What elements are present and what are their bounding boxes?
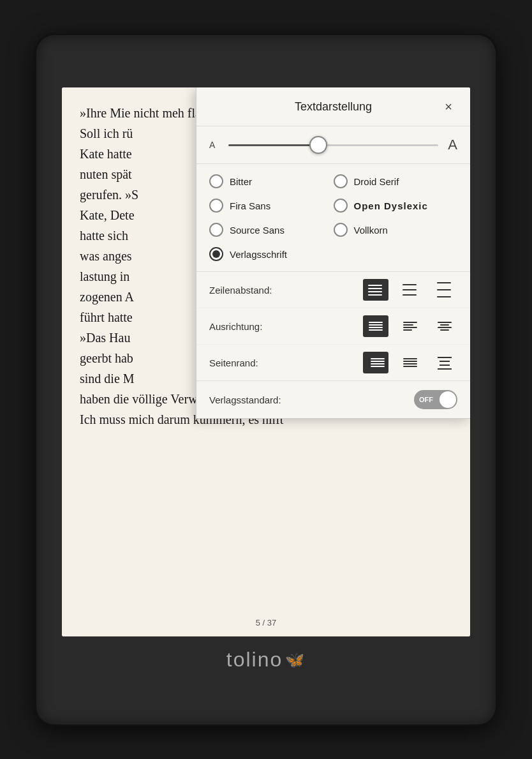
align-left-icon: [403, 322, 417, 331]
font-options-section: Bitter Droid Serif Fira Sans Open Dyslex…: [196, 164, 470, 272]
line-spacing-controls: [363, 279, 457, 301]
loose-lines-icon: [437, 282, 452, 297]
screen: »Ihre Mie­­­­­­­­­­­­­ nicht meh­­­­­­­­…: [62, 87, 470, 636]
alignment-row: Ausrichtung:: [196, 308, 470, 345]
svg-rect-0: [438, 357, 452, 358]
margin-narrow-icon: [438, 356, 452, 370]
publisher-default-row: Verlagsstandard: OFF: [196, 381, 470, 418]
dialog-header: Textdarstellung ×: [196, 87, 470, 126]
line-spacing-row: Zeilenabstand:: [196, 272, 470, 308]
font-option-open-dyslexic[interactable]: Open Dyslexic: [334, 193, 458, 218]
font-label-droid-serif: Droid Serif: [354, 176, 399, 187]
tolino-logo: tolino 🦋: [226, 648, 306, 672]
font-option-vollkorn[interactable]: Vollkorn: [334, 218, 458, 242]
radio-fira-sans[interactable]: [209, 199, 223, 213]
margin-medium-btn[interactable]: [397, 352, 423, 373]
font-option-droid-serif[interactable]: Droid Serif: [334, 169, 458, 193]
margin-wide-icon: [369, 358, 383, 367]
font-label-vollkorn: Vollkorn: [354, 225, 388, 236]
svg-rect-3: [438, 368, 452, 370]
font-label-fira-sans: Fira Sans: [230, 200, 270, 211]
ereader-device: »Ihre Mie­­­­­­­­­­­­­ nicht meh­­­­­­­­…: [36, 35, 496, 725]
margin-label: Seitenrand:: [209, 357, 299, 368]
font-option-bitter[interactable]: Bitter: [209, 169, 334, 193]
font-label-open-dyslexic: Open Dyslexic: [354, 200, 428, 211]
butterfly-icon: 🦋: [285, 651, 306, 669]
radio-droid-serif[interactable]: [334, 174, 348, 188]
font-row-2: Fira Sans Open Dyslexic: [209, 193, 457, 218]
line-spacing-loose-btn[interactable]: [432, 279, 457, 301]
settings-section: Zeilenabstand:: [196, 272, 470, 381]
medium-lines-icon: [403, 284, 418, 296]
radio-source-sans[interactable]: [209, 223, 223, 237]
publisher-default-toggle[interactable]: OFF: [414, 390, 457, 409]
font-label-source-sans: Source Sans: [230, 225, 284, 236]
font-option-verlagsschrift[interactable]: Verlagsschrift: [209, 242, 457, 266]
font-option-source-sans[interactable]: Source Sans: [209, 218, 334, 242]
toggle-knob: [440, 391, 456, 408]
svg-rect-1: [440, 361, 450, 362]
margin-controls: [363, 352, 457, 373]
tight-lines-icon: [368, 285, 383, 296]
publisher-default-label: Verlagsstandard:: [209, 395, 299, 405]
radio-verlagsschrift[interactable]: [209, 247, 223, 261]
radio-bitter[interactable]: [209, 174, 223, 188]
font-size-small-label: A: [209, 140, 222, 150]
radio-vollkorn[interactable]: [334, 223, 348, 237]
font-size-row: A A: [196, 126, 470, 164]
page-indicator: 5 / 37: [62, 617, 470, 630]
font-label-bitter: Bitter: [230, 176, 252, 187]
font-row-1: Bitter Droid Serif: [209, 169, 457, 193]
line-spacing-label: Zeilenabstand:: [209, 285, 299, 296]
svg-rect-2: [440, 364, 450, 366]
alignment-label: Ausrichtung:: [209, 321, 299, 332]
font-label-verlagsschrift: Verlagsschrift: [230, 249, 287, 260]
brand-name: tolino: [226, 648, 283, 672]
margin-narrow-btn[interactable]: [432, 352, 457, 373]
font-row-3: Source Sans Vollkorn: [209, 218, 457, 242]
font-option-fira-sans[interactable]: Fira Sans: [209, 193, 334, 218]
align-justify-btn[interactable]: [363, 315, 388, 337]
alignment-controls: [363, 315, 457, 337]
line-spacing-medium-btn[interactable]: [397, 279, 423, 301]
align-center-btn[interactable]: [432, 315, 457, 337]
slider-thumb[interactable]: [309, 136, 327, 154]
close-button[interactable]: ×: [440, 98, 457, 116]
line-spacing-tight-btn[interactable]: [363, 279, 388, 301]
font-size-slider[interactable]: [228, 144, 438, 146]
dialog-title: Textdarstellung: [227, 100, 440, 114]
toggle-off-label: OFF: [419, 396, 433, 403]
device-bottom: tolino 🦋: [226, 648, 306, 672]
font-row-4: Verlagsschrift: [209, 242, 457, 266]
margin-row: Seitenrand:: [196, 345, 470, 380]
align-center-icon: [438, 322, 452, 331]
text-settings-dialog: Textdarstellung × A A Bitter: [196, 87, 470, 419]
font-size-large-label: A: [445, 137, 457, 153]
radio-open-dyslexic[interactable]: [334, 199, 348, 213]
align-justify-icon: [369, 322, 383, 331]
margin-wide-btn[interactable]: [363, 352, 388, 373]
align-left-btn[interactable]: [397, 315, 423, 337]
margin-medium-icon: [403, 358, 417, 367]
